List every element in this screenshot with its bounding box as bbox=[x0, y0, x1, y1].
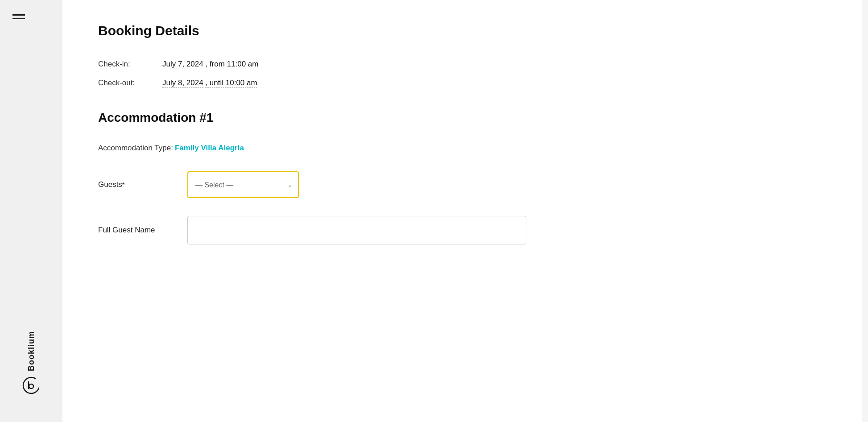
accommodation-type-row: Accommodation Type: Family Villa Alegria bbox=[98, 144, 826, 153]
booklium-logo-icon bbox=[21, 376, 41, 395]
checkout-label: Check-out: bbox=[98, 79, 152, 87]
svg-point-1 bbox=[29, 384, 33, 389]
brand-name: Booklium bbox=[27, 331, 36, 371]
logo-area: Booklium bbox=[21, 331, 41, 395]
checkout-row: Check-out: July 8, 2024 , until 10:00 am bbox=[98, 79, 826, 87]
accommodation-type-label: Accommodation Type: bbox=[98, 144, 173, 153]
guests-select[interactable]: — Select — 1 2 3 4 5 6 7 8 9 10 bbox=[187, 171, 299, 198]
required-star: * bbox=[122, 181, 125, 188]
main-content: Booking Details Check-in: July 7, 2024 ,… bbox=[62, 0, 862, 422]
guests-select-wrapper: — Select — 1 2 3 4 5 6 7 8 9 10 ⌄ bbox=[187, 171, 299, 198]
checkin-date: July 7, 2024 bbox=[162, 60, 203, 69]
checkout-suffix: , until 10:00 am bbox=[205, 79, 257, 88]
accommodation-title: Accommodation #1 bbox=[98, 111, 826, 125]
full-name-row: Full Guest Name bbox=[98, 216, 826, 244]
page-title: Booking Details bbox=[98, 23, 826, 38]
checkin-suffix: , from 11:00 am bbox=[205, 60, 258, 69]
guests-label: Guests* bbox=[98, 180, 187, 189]
sidebar: Booklium bbox=[0, 0, 62, 422]
full-name-input[interactable] bbox=[187, 216, 526, 244]
scrollbar-area bbox=[862, 0, 868, 422]
hamburger-icon[interactable] bbox=[12, 14, 25, 19]
checkin-label: Check-in: bbox=[98, 60, 152, 69]
guests-row: Guests* — Select — 1 2 3 4 5 6 7 8 9 10 … bbox=[98, 171, 826, 198]
accommodation-section: Accommodation #1 Accommodation Type: Fam… bbox=[98, 111, 826, 244]
booking-details-section: Check-in: July 7, 2024 , from 11:00 am C… bbox=[98, 60, 826, 87]
accommodation-type-value: Family Villa Alegria bbox=[175, 144, 244, 153]
svg-point-0 bbox=[23, 377, 39, 393]
checkout-date: July 8, 2024 bbox=[162, 79, 203, 88]
checkin-row: Check-in: July 7, 2024 , from 11:00 am bbox=[98, 60, 826, 69]
full-name-label: Full Guest Name bbox=[98, 226, 187, 235]
